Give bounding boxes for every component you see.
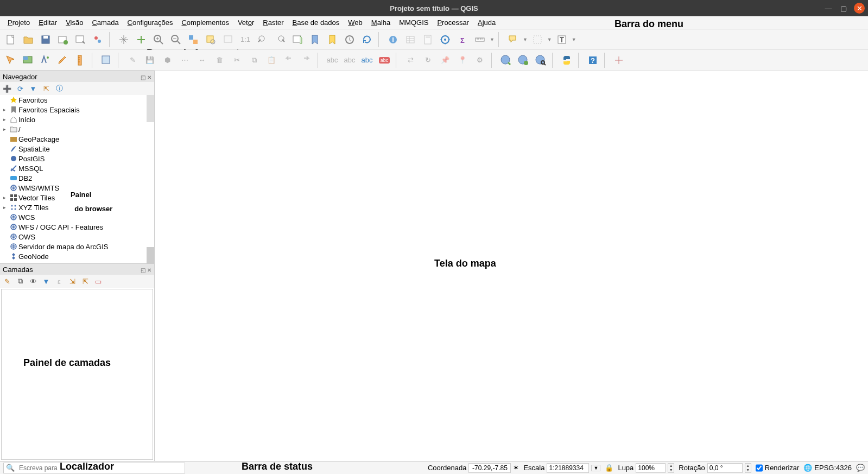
add-vector-icon[interactable] [3,53,18,68]
collapse-all-layers-icon[interactable]: ⇱ [80,276,90,286]
menu-eb[interactable]: Web [344,17,367,28]
add-layer-icon[interactable]: ➕ [2,84,12,93]
add-feature-icon[interactable]: ⬢ [160,53,175,68]
menu-onfigurações[interactable]: Configurações [123,17,178,28]
crs-field[interactable]: 🌐 EPSG:4326 [803,464,852,472]
python-console-icon[interactable] [559,53,574,68]
zoom-to-layer-icon[interactable] [220,32,236,47]
coord-input[interactable] [468,463,511,473]
label-toolbar-1-icon[interactable]: abc [325,53,340,68]
new-bookmark-icon[interactable] [307,32,322,47]
lock-scale-icon[interactable]: 🔒 [605,464,613,472]
tree-item-ows[interactable]: OWS [0,232,154,242]
layers-tree[interactable]: Painel de camadas [1,289,153,460]
save-edits-icon[interactable]: 💾 [142,53,157,68]
tree-item-geopackage[interactable]: GeoPackage [0,134,154,144]
refresh-browser-icon[interactable]: ⟳ [15,84,25,93]
move-feature-icon[interactable]: ↔ [194,53,210,68]
zoom-out-icon[interactable] [168,32,183,47]
measure-icon[interactable] [472,32,487,47]
rotation-spinner[interactable]: ▲▼ [745,463,751,473]
label-toolbar-2-icon[interactable]: abc [342,53,357,68]
menu-rojeto[interactable]: Projeto [3,17,34,28]
magnifier-spinner[interactable]: ▲▼ [668,463,674,473]
new-print-layout-icon[interactable] [55,32,71,47]
layers-panel-header[interactable]: Camadas ◱✕ [0,264,154,275]
refresh-icon[interactable] [359,32,375,47]
no-action-crosshair-icon[interactable] [611,53,626,68]
manage-visibility-icon[interactable]: 👁 [28,276,38,286]
layout-manager-icon[interactable] [73,32,88,47]
tree-item-spatialite[interactable]: SpatiaLite [0,144,154,154]
add-raster-icon[interactable] [21,53,36,68]
tree-item-servidor-de-mapa-do-arcgis[interactable]: Servidor de mapa do ArcGIS [0,242,154,251]
tree-item-geonode[interactable]: GeoNode [0,251,154,261]
filter-legend-icon[interactable]: ▼ [41,276,51,286]
ruler-vert-icon[interactable] [73,53,88,68]
expand-all-layers-icon[interactable]: ⇲ [67,276,77,286]
panel-float-icon[interactable]: ◱ [141,74,145,80]
osm-place-icon[interactable] [516,53,531,68]
menu-omplementos[interactable]: Complementos [177,17,233,28]
tree-item-db2[interactable]: DB2 [0,173,154,183]
menu-rocessar[interactable]: Processar [433,17,473,28]
layer-style-icon[interactable]: ✎ [2,276,12,286]
menu-ase de dados[interactable]: Base de dados [288,17,344,28]
properties-icon[interactable]: ⓘ [54,84,64,93]
expression-filter-icon[interactable]: ε [54,276,64,286]
cut-feature-icon[interactable]: ✂ [229,53,244,68]
browser-scrollbar[interactable] [147,95,154,122]
statistics-icon[interactable]: Σ [455,32,470,47]
menu-juda[interactable]: Ajuda [473,17,500,28]
field-calculator-icon[interactable] [420,32,435,47]
show-bookmarks-icon[interactable] [325,32,340,47]
rotation-input[interactable] [707,463,743,473]
browser-tree[interactable]: Favoritos▸Favoritos Espaciais▸Início▸/Ge… [0,95,154,263]
label-show-icon[interactable]: abc [359,53,375,68]
processing-toolbox-icon[interactable] [438,32,453,47]
label-hide-icon[interactable]: abc [377,53,392,68]
undo-icon[interactable] [281,53,296,68]
osm-download-icon[interactable] [498,53,514,68]
render-field[interactable]: Renderizar [756,463,800,473]
panel-close-icon[interactable]: ✕ [147,267,151,273]
zoom-in-icon[interactable] [151,32,166,47]
delete-feature-icon[interactable]: 🗑 [212,53,227,68]
scale-dropdown-icon[interactable]: ▼ [591,465,600,471]
zoom-to-selection-icon[interactable] [203,32,218,47]
menu-MMQGIS[interactable]: MMQGIS [395,17,433,28]
attribute-table-icon[interactable] [403,32,418,47]
new-map-view-icon[interactable] [290,32,305,47]
scale-input[interactable] [547,463,589,473]
minimize-button[interactable]: — [823,3,833,13]
text-annotation-icon[interactable]: T [554,32,569,47]
new-shapefile-icon[interactable] [38,53,53,68]
zoom-native-icon[interactable]: 1:1 [238,32,253,47]
temporal-controller-icon[interactable] [342,32,357,47]
tree-item-mssql[interactable]: MSSQL [0,163,154,173]
redo-icon[interactable] [299,53,314,68]
zoom-next-icon[interactable] [273,32,288,47]
menu-isão[interactable]: Visão [61,17,87,28]
tree-item-in-cio[interactable]: ▸Início [0,115,154,124]
osm-search-icon[interactable] [533,53,548,68]
pan-to-selection-icon[interactable] [134,32,149,47]
magnifier-input[interactable] [636,463,666,473]
menu-ditar[interactable]: Editar [34,17,61,28]
style-manager-icon[interactable] [90,32,105,47]
save-project-icon[interactable] [38,32,53,47]
copy-feature-icon[interactable]: ⧉ [246,53,262,68]
menu-aster[interactable]: Raster [258,17,288,28]
maximize-button[interactable]: ▢ [839,3,848,13]
tree-item-favoritos-espaciais[interactable]: ▸Favoritos Espaciais [0,105,154,115]
filter-browser-icon[interactable]: ▼ [28,84,38,93]
toggle-editing-icon[interactable] [55,53,71,68]
select-feature-icon[interactable] [99,53,114,68]
menu-Vetor[interactable]: Vetor [233,17,258,28]
identify-icon[interactable]: i [385,32,401,47]
pan-icon[interactable] [116,32,131,47]
label-pin-icon[interactable]: 📌 [438,53,453,68]
remove-layer-icon[interactable]: ▭ [93,276,103,286]
toggle-edits-icon[interactable]: ✎ [125,53,140,68]
label-unpin-icon[interactable]: 📍 [455,53,470,68]
